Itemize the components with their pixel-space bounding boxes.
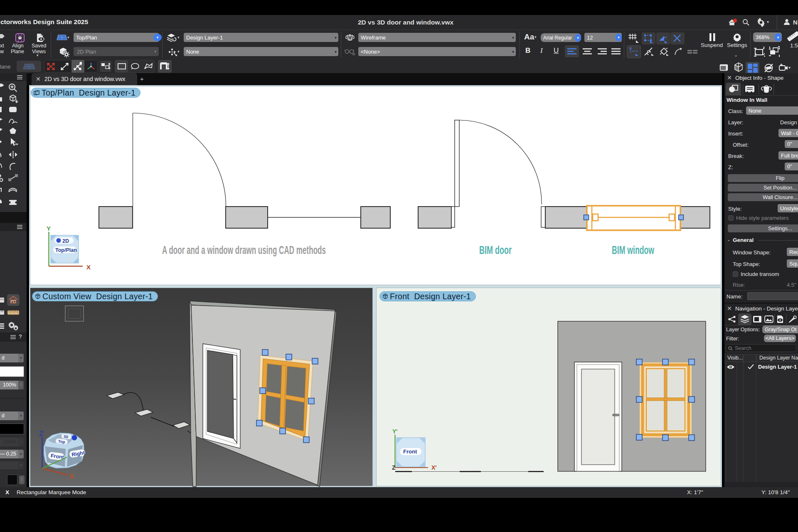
svg-text:Front: Front [403,448,417,455]
svg-text:BIM door: BIM door [479,244,512,256]
svg-text:Y: Y [47,225,51,232]
svg-text:X: X [86,264,91,271]
svg-text:Y': Y' [392,428,398,435]
svg-text:BIM window: BIM window [612,244,654,256]
svg-text:3D: 3D [63,434,69,439]
svg-text:X: X [69,473,74,480]
svg-text:Top: Top [58,439,65,444]
svg-text:X': X' [431,464,437,471]
svg-text:2D: 2D [62,238,69,244]
svg-text:Top/Plan: Top/Plan [55,247,77,253]
svg-text:A door and a window drawn usin: A door and a window drawn using CAD meth… [162,244,326,256]
svg-text:Z: Z [39,430,43,438]
